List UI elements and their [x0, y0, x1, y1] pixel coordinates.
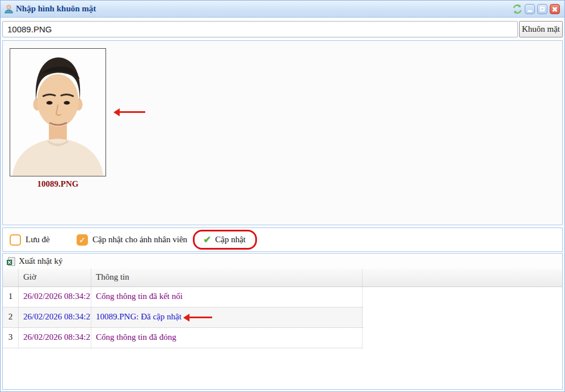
export-log-button[interactable]: Xuất nhật ký	[3, 254, 562, 269]
update-button[interactable]: ✔ Cập nhật	[195, 231, 254, 248]
log-row-number: 1	[3, 287, 19, 307]
column-header-time[interactable]: Giờ	[19, 269, 91, 286]
log-row-time: 26/02/2026 08:34:27	[19, 307, 91, 327]
red-arrow-icon	[120, 111, 145, 113]
window-title: Nhập hình khuôn mặt	[16, 4, 96, 14]
portrait-image	[10, 49, 106, 176]
log-row-number: 2	[3, 307, 19, 327]
column-header-num[interactable]	[3, 269, 19, 286]
log-table-header: Giờ Thông tin	[3, 269, 562, 287]
log-panel: Xuất nhật ký Giờ Thông tin 1 26/02/2026 …	[2, 253, 563, 390]
face-button[interactable]: Khuôn mặt	[519, 21, 563, 37]
photo-panel: 10089.PNG	[2, 40, 563, 225]
window-titlebar: Nhập hình khuôn mặt	[1, 1, 564, 18]
face-import-window: Nhập hình khuôn mặt Khuôn mặt	[0, 0, 565, 392]
overwrite-label: Lưu đè	[26, 235, 50, 245]
log-row-info: 10089.PNG: Đã cập nhật	[91, 307, 362, 327]
log-row-info: Cổng thông tin đã đóng	[91, 328, 362, 348]
column-header-info[interactable]: Thông tin	[91, 269, 362, 286]
filename-bar: Khuôn mặt	[1, 18, 564, 40]
update-button-label: Cập nhật	[215, 235, 246, 245]
photo-caption: 10089.PNG	[10, 179, 106, 189]
log-row-number: 3	[3, 328, 19, 348]
log-row[interactable]: 3 26/02/2026 08:34:27 Cổng thông tin đã …	[3, 328, 363, 348]
update-button-wrap: ✔ Cập nhật	[195, 231, 254, 248]
portrait-photo[interactable]	[10, 48, 106, 176]
log-filler	[3, 348, 562, 389]
filename-input[interactable]	[2, 21, 518, 37]
overwrite-checkbox[interactable]: ✓	[10, 234, 21, 246]
column-header-filler	[362, 269, 562, 286]
maximize-icon[interactable]	[537, 4, 547, 14]
update-employee-checkbox[interactable]: ✓	[77, 234, 88, 246]
red-arrow-icon	[189, 317, 212, 318]
log-row-info: Cổng thông tin đã kết nối	[91, 287, 362, 307]
update-employee-label: Cập nhật cho ảnh nhân viên	[92, 235, 187, 245]
log-row-time: 26/02/2026 08:34:27	[19, 287, 91, 307]
user-icon	[4, 4, 14, 14]
excel-icon	[6, 257, 15, 266]
minimize-icon[interactable]	[525, 4, 535, 14]
log-row[interactable]: 1 26/02/2026 08:34:27 Cổng thông tin đã …	[3, 287, 363, 307]
overwrite-option[interactable]: ✓ Lưu đè	[10, 234, 77, 246]
refresh-icon[interactable]	[512, 4, 522, 14]
export-log-label: Xuất nhật ký	[19, 256, 62, 266]
green-check-icon: ✔	[203, 235, 211, 245]
log-rows: 1 26/02/2026 08:34:27 Cổng thông tin đã …	[3, 287, 562, 348]
log-row[interactable]: 2 26/02/2026 08:34:27 10089.PNG: Đã cập …	[3, 307, 363, 328]
close-icon[interactable]	[550, 4, 560, 14]
update-employee-option[interactable]: ✓ Cập nhật cho ảnh nhân viên	[77, 234, 187, 246]
window-tools	[512, 4, 561, 14]
log-row-time: 26/02/2026 08:34:27	[19, 328, 91, 348]
options-panel: ✓ Lưu đè ✓ Cập nhật cho ảnh nhân viên ✔ …	[2, 227, 563, 252]
